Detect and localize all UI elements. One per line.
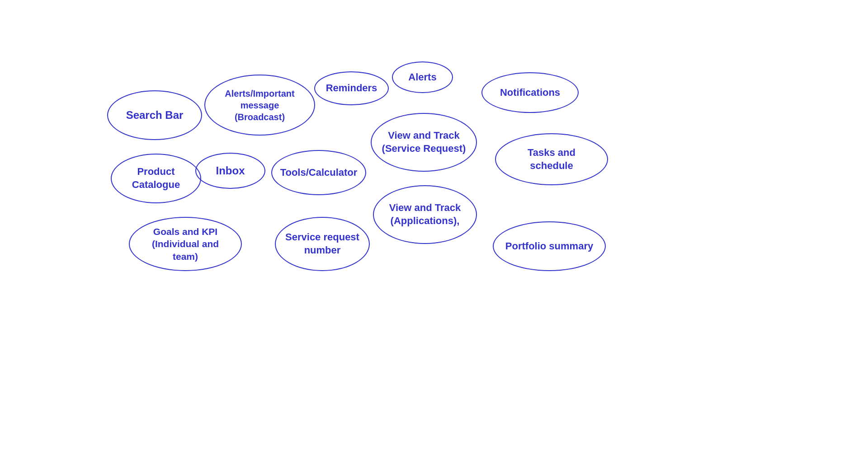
ellipse-portfolio-summary[interactable]: Portfolio summary	[493, 221, 606, 271]
ellipse-inbox[interactable]: Inbox	[195, 153, 265, 189]
ellipse-alerts-broadcast[interactable]: Alerts/Important message (Broadcast)	[204, 75, 315, 136]
label-view-track-applications: View and Track (Applications),	[383, 202, 467, 227]
label-service-request-number: Service request number	[285, 231, 360, 257]
label-view-track-service: View and Track (Service Request)	[381, 129, 467, 155]
label-tools-calculator: Tools/Calculator	[280, 166, 358, 179]
label-search-bar: Search Bar	[126, 108, 184, 122]
label-inbox: Inbox	[216, 164, 245, 178]
ellipse-tools-calculator[interactable]: Tools/Calculator	[271, 150, 366, 195]
label-alerts-broadcast: Alerts/Important message (Broadcast)	[214, 88, 305, 123]
label-tasks-schedule: Tasks and schedule	[505, 146, 598, 172]
ellipse-alerts[interactable]: Alerts	[392, 61, 453, 93]
ellipse-tasks-schedule[interactable]: Tasks and schedule	[495, 133, 608, 185]
ellipse-reminders[interactable]: Reminders	[314, 71, 389, 105]
label-portfolio-summary: Portfolio summary	[505, 240, 593, 253]
label-product-catalogue: Product Catalogue	[121, 165, 191, 191]
ellipse-notifications[interactable]: Notifications	[481, 72, 579, 113]
label-notifications: Notifications	[500, 86, 560, 99]
ellipse-product-catalogue[interactable]: Product Catalogue	[111, 154, 201, 203]
ellipse-view-track-service[interactable]: View and Track (Service Request)	[371, 113, 477, 172]
label-alerts: Alerts	[408, 71, 436, 84]
ellipse-goals-kpi[interactable]: Goals and KPI (Individual and team)	[129, 217, 242, 271]
label-reminders: Reminders	[326, 82, 377, 95]
ellipse-view-track-applications[interactable]: View and Track (Applications),	[373, 185, 477, 244]
ellipse-service-request-number[interactable]: Service request number	[275, 217, 370, 271]
label-goals-kpi: Goals and KPI (Individual and team)	[139, 225, 232, 262]
ellipse-search-bar[interactable]: Search Bar	[107, 90, 202, 140]
